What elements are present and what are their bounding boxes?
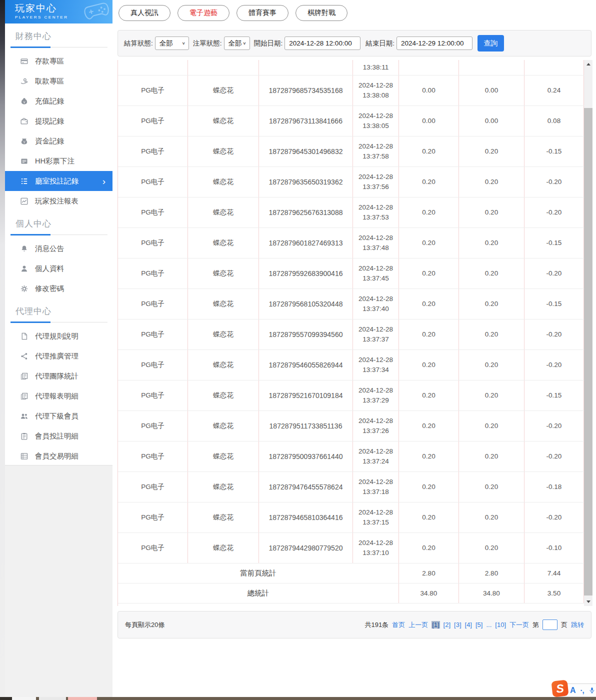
table-cell: 0.20 xyxy=(399,228,459,258)
table-cell: 2024-12-28 13:37:40 xyxy=(353,289,399,319)
table-cell: 蝶恋花 xyxy=(188,502,259,532)
chevron-right-icon: › xyxy=(102,176,106,186)
table-row: PG电子蝶恋花18728794764555786242024-12-28 13:… xyxy=(118,472,584,502)
ime-punctuation-toggle[interactable]: ·, xyxy=(580,686,584,694)
sidebar-item[interactable]: 提現記錄 xyxy=(5,111,112,131)
table-summary-row: 總統計34.8034.803.50 xyxy=(118,584,584,604)
sidebar-item[interactable]: HH彩票下注 xyxy=(5,151,112,171)
page-number[interactable]: [2] xyxy=(444,621,450,628)
coin-purse-icon xyxy=(20,137,28,146)
taskbar-edge xyxy=(0,697,596,700)
search-button[interactable]: 查詢 xyxy=(478,35,504,52)
ime-language-toggle[interactable]: A xyxy=(570,686,576,695)
sidebar-item[interactable]: 取款專區 xyxy=(5,71,112,91)
scrollbar-thumb[interactable] xyxy=(584,108,592,596)
sidebar-item-label: 代理規則說明 xyxy=(35,332,78,341)
table-cell: 1872879592683900416 xyxy=(259,258,353,288)
page-number[interactable]: [1] xyxy=(432,621,440,628)
sidebar-item[interactable]: 代理團隊統計 xyxy=(5,366,112,386)
sidebar-item[interactable]: 代理規則說明 xyxy=(5,326,112,346)
sidebar: 玩家中心 PLAYERS CENTER 財務中心存款專區取款專區充值記錄提現記錄… xyxy=(5,0,112,466)
table-cell: 2024-12-28 13:37:37 xyxy=(353,320,399,350)
document-icon xyxy=(20,157,28,166)
sidebar-item-label: 會員交易明細 xyxy=(35,452,78,461)
section-title: 財務中心 xyxy=(16,30,112,42)
users-icon xyxy=(20,412,28,420)
tab-體育賽事[interactable]: 體育賽事 xyxy=(236,5,288,21)
sidebar-item[interactable]: 會員投註明細 xyxy=(5,426,112,446)
sidebar-item[interactable]: 代理推廣管理 xyxy=(5,346,112,366)
ime-logo[interactable]: S xyxy=(551,680,568,697)
table-cell: 1872879625676313088 xyxy=(259,198,353,228)
list-icon xyxy=(20,177,28,186)
table-cell: 1872879500937661440 xyxy=(259,442,353,472)
table-cell: 0.20 xyxy=(459,472,524,502)
sidebar-item[interactable]: 代理報表明細 xyxy=(5,386,112,406)
start-date-input[interactable] xyxy=(284,36,360,50)
table-cell: -0.20 xyxy=(524,258,584,288)
scroll-up-button[interactable] xyxy=(584,60,592,68)
table-row-partial: 13:38:11 xyxy=(118,60,584,76)
sidebar-below-background xyxy=(5,466,112,700)
table-cell: 0.00 xyxy=(459,76,524,106)
page-edge-background xyxy=(0,0,5,700)
jump-suffix: 页 xyxy=(561,620,568,630)
page-prev[interactable]: 上一页 xyxy=(408,620,428,630)
sidebar-item-label: 提現記錄 xyxy=(35,116,64,126)
page-number[interactable]: [4] xyxy=(465,621,472,628)
tab-棋牌對戰[interactable]: 棋牌對戰 xyxy=(296,5,348,21)
tab-電子遊藝[interactable]: 電子遊藝 xyxy=(178,5,230,21)
sidebar-item-label: 代理報表明細 xyxy=(35,392,78,401)
sidebar-item[interactable]: 修改密碼 xyxy=(5,278,112,298)
sidebar-item[interactable]: 代理下級會員 xyxy=(5,406,112,426)
page-jump-input[interactable] xyxy=(542,620,558,630)
sidebar-item[interactable]: 存款專區 xyxy=(5,51,112,71)
sidebar-item[interactable]: 廳室投註記錄› xyxy=(5,171,112,191)
microphone-icon[interactable] xyxy=(588,686,596,695)
page-number[interactable]: [3] xyxy=(454,621,461,628)
table-cell: 1872879465810364416 xyxy=(259,502,353,532)
jump-prefix: 第 xyxy=(532,620,539,630)
page-number[interactable]: [5] xyxy=(476,621,482,628)
table-cell: PG电子 xyxy=(118,411,188,441)
page-first[interactable]: 首页 xyxy=(392,620,405,630)
share-icon xyxy=(20,352,28,360)
sidebar-item[interactable]: 玩家投注報表 xyxy=(5,191,112,211)
report-icon xyxy=(20,392,28,400)
table-cell: 0.20 xyxy=(459,258,524,288)
end-date-input[interactable] xyxy=(396,36,472,50)
sidebar-item[interactable]: 會員交易明細 xyxy=(5,446,112,466)
tab-真人視訊[interactable]: 真人視訊 xyxy=(118,5,170,21)
table-cell: 1872879511733851136 xyxy=(259,411,353,441)
table-cell: -0.18 xyxy=(524,472,584,502)
sidebar-item[interactable]: 資金記錄 xyxy=(5,131,112,151)
table-row: PG电子蝶恋花18728795009376614402024-12-28 13:… xyxy=(118,442,584,472)
chevron-down-icon: ∨ xyxy=(182,41,185,46)
table-row: PG电子蝶恋花18728796018274693132024-12-28 13:… xyxy=(118,228,584,258)
table-cell: 0.20 xyxy=(399,350,459,380)
sidebar-item[interactable]: 個人資料 xyxy=(5,258,112,278)
page-next[interactable]: 下一页 xyxy=(510,620,529,630)
money-bag-icon xyxy=(20,97,28,106)
table-cell xyxy=(524,60,584,75)
scroll-down-button[interactable] xyxy=(584,598,592,606)
table-cell: -0.15 xyxy=(524,136,584,166)
table-cell: 蝶恋花 xyxy=(188,228,259,258)
page-number[interactable]: [10] xyxy=(495,621,506,628)
start-date-label: 開始日期: xyxy=(254,39,283,48)
table-cell: PG电子 xyxy=(118,442,188,472)
table-cell: 1872879557099394560 xyxy=(259,320,353,350)
jump-button[interactable]: 跳转 xyxy=(571,620,584,630)
table-cell: 0.20 xyxy=(459,228,524,258)
table-cell: PG电子 xyxy=(118,472,188,502)
taskbar-segment xyxy=(12,697,36,700)
table-cell: 0.20 xyxy=(399,136,459,166)
sidebar-item[interactable]: 充值記錄 xyxy=(5,91,112,111)
table-scrollbar[interactable] xyxy=(584,60,592,606)
settle-status-label: 結算狀態: xyxy=(124,39,153,48)
settle-status-select[interactable]: 全部 ∨ xyxy=(155,36,189,50)
sidebar-item[interactable]: 消息公告 xyxy=(5,238,112,258)
order-status-select[interactable]: 全部 ∨ xyxy=(224,36,250,50)
sidebar-item-label: 存款專區 xyxy=(35,56,64,66)
table-cell: 0.20 xyxy=(459,136,524,166)
